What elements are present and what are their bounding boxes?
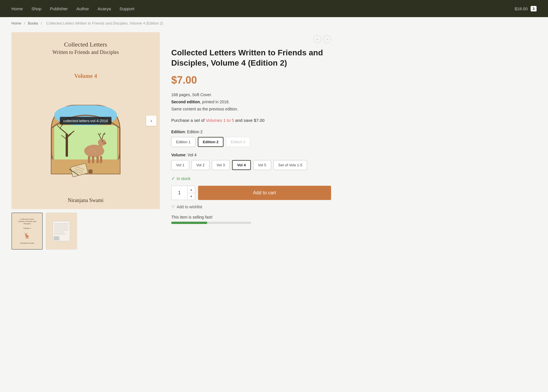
volume-selector: Volume: Vol 4 Vol 1 Vol 2 Vol 3 Vol 4 Vo…: [171, 153, 331, 170]
edition-options: Edition 1 Edition 2 Edition 3: [171, 137, 331, 147]
edition-label: Edition: Edition 2: [171, 130, 331, 134]
thumbnails: Collected LettersWritten to Friends and …: [11, 213, 160, 250]
header: Home Shop Publisher Author Acarya Suppor…: [0, 0, 548, 17]
svg-rect-25: [100, 156, 102, 163]
upsell-link[interactable]: Volumes 1 to 5: [206, 118, 234, 123]
nav-acarya[interactable]: Acarya: [98, 6, 111, 11]
svg-rect-35: [88, 169, 92, 173]
qty-up-button[interactable]: ▲: [188, 186, 195, 193]
breadcrumb-sep1: /: [24, 21, 26, 25]
edition-option-3: Edition 3: [226, 137, 250, 147]
next-image-button[interactable]: ›: [146, 116, 156, 126]
cart-count: 3: [531, 6, 537, 11]
volume-options: Vol 1 Vol 2 Vol 3 Vol 4 Vol 5 Set of Vol…: [171, 160, 331, 170]
product-details: ← → Collected Letters Written to Friends…: [171, 32, 331, 250]
product-images: Collected Letters Written to Friends and…: [11, 32, 160, 250]
volume-option-1[interactable]: Vol 1: [171, 160, 189, 170]
selling-progress-bg: [171, 222, 251, 224]
breadcrumb-books[interactable]: Books: [28, 21, 38, 25]
add-to-cart-row: 1 ▲ ▼ Add to cart: [171, 186, 331, 200]
add-to-cart-button[interactable]: Add to cart: [198, 186, 331, 200]
volume-option-4[interactable]: Vol 4: [232, 160, 251, 170]
wishlist-label: Add to wishlist: [177, 205, 202, 209]
nav-publisher[interactable]: Publisher: [50, 6, 68, 11]
svg-point-28: [89, 150, 91, 152]
nav-support[interactable]: Support: [120, 6, 135, 11]
nav-home[interactable]: Home: [11, 6, 23, 11]
edition-current-value: Edition 2: [187, 130, 202, 134]
volume-current-value: Vol 4: [188, 153, 196, 157]
book-cover-line1: Collected Letters: [52, 41, 119, 48]
volume-option-set[interactable]: Set of Vols 1-5: [273, 160, 307, 170]
volume-option-3[interactable]: Vol 3: [212, 160, 230, 170]
upsell-prefix: Purchase a set of: [171, 118, 206, 123]
book-illustration: [49, 97, 123, 182]
main-image: Collected Letters Written to Friends and…: [11, 32, 160, 209]
cart-summary[interactable]: $18.00 3: [515, 6, 537, 11]
prev-product-button[interactable]: ←: [313, 35, 321, 43]
product-navigation: ← →: [171, 35, 331, 43]
meta-edition: Second edition: [171, 100, 200, 104]
product-meta: 168 pages, Soft Cover. Second edition, p…: [171, 91, 331, 113]
svg-point-34: [69, 169, 70, 170]
heart-icon: ♡: [171, 205, 175, 209]
svg-point-27: [94, 151, 96, 153]
meta-pages: 168 pages, Soft Cover.: [171, 92, 212, 97]
selling-progress-fill: [171, 222, 207, 224]
upsell-message: Purchase a set of Volumes 1 to 5 and sav…: [171, 118, 331, 123]
volume-label: Volume: Vol 4: [171, 153, 331, 157]
book-volume-label: Volume 4: [74, 73, 97, 79]
book-cover-line2: Written to Friends and Disciples: [52, 49, 119, 55]
edition-selector: Edition: Edition 2 Edition 1 Edition 2 E…: [171, 130, 331, 147]
product-title: Collected Letters Written to Friends and…: [171, 48, 331, 68]
breadcrumb: Home / Books / Collected Letters Written…: [0, 17, 548, 29]
stock-status: ✓ In stock: [171, 176, 331, 181]
breadcrumb-home[interactable]: Home: [11, 21, 21, 25]
breadcrumb-current: Collected Letters Written to Friends and…: [47, 21, 163, 25]
svg-point-15: [102, 141, 103, 142]
qty-down-button[interactable]: ▼: [188, 193, 195, 200]
svg-point-14: [103, 142, 106, 144]
thumb1-text: Collected LettersWritten to Friends and …: [15, 218, 39, 229]
product-page: Collected Letters Written to Friends and…: [0, 29, 342, 261]
thumb2-svg: [51, 220, 71, 243]
svg-rect-43: [54, 236, 59, 240]
in-stock-label: In stock: [177, 176, 190, 181]
meta-edition-suffix: , printed in 2016.: [200, 100, 229, 104]
edition-option-2[interactable]: Edition 2: [198, 137, 224, 147]
svg-point-26: [92, 148, 94, 151]
svg-rect-24: [96, 156, 99, 163]
thumb1-icon: 🦌: [23, 232, 31, 239]
main-nav: Home Shop Publisher Author Acarya Suppor…: [11, 6, 134, 11]
book-cover: Collected Letters Written to Friends and…: [11, 32, 160, 209]
thumbnail-1[interactable]: Collected LettersWritten to Friends and …: [11, 213, 43, 250]
thumbnail-2[interactable]: [46, 213, 77, 250]
thumb1-author: Niranjana Swami: [20, 242, 34, 244]
svg-rect-23: [92, 156, 94, 163]
volume-option-5[interactable]: Vol 5: [253, 160, 271, 170]
upsell-suffix: and save $7.00: [234, 118, 265, 123]
next-product-button[interactable]: →: [323, 35, 331, 43]
nav-author[interactable]: Author: [76, 6, 89, 11]
cart-price: $18.00: [515, 6, 528, 11]
volume-option-2[interactable]: Vol 2: [192, 160, 209, 170]
svg-rect-22: [88, 156, 90, 163]
quantity-stepper: 1 ▲ ▼: [171, 186, 195, 200]
qty-arrows: ▲ ▼: [187, 186, 195, 200]
add-to-wishlist-link[interactable]: ♡ Add to wishlist: [171, 205, 202, 209]
check-icon: ✓: [171, 176, 175, 181]
product-price: $7.00: [171, 74, 331, 86]
edition-option-1[interactable]: Edition 1: [171, 137, 196, 147]
breadcrumb-sep2: /: [41, 21, 43, 25]
quantity-display: 1: [172, 186, 187, 200]
selling-fast-text: This item is selling fast!: [171, 215, 331, 219]
book-author: Niranjana Swami: [68, 197, 103, 203]
book-title-illustration: Collected Letters Written to Friends and…: [52, 41, 119, 55]
nav-shop[interactable]: Shop: [31, 6, 41, 11]
meta-content: Same content as the previous edition.: [171, 107, 238, 111]
